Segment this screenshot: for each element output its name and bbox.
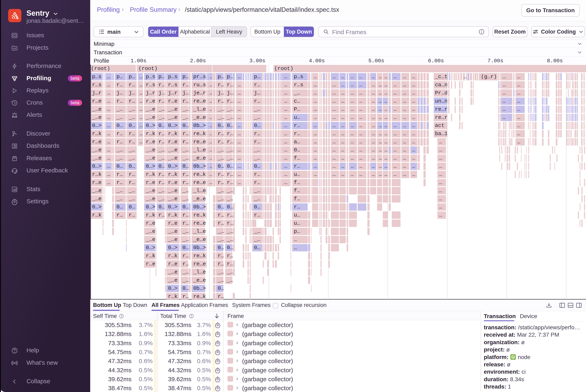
svg-text:_…e: _…e (168, 196, 178, 202)
svg-text:j…: j… (218, 90, 224, 96)
svg-text:…: … (393, 131, 397, 137)
svg-text:…: … (341, 98, 344, 104)
svg-text:…: … (517, 106, 520, 112)
svg-text:0…: 0… (182, 285, 189, 292)
svg-text:0…: 0… (182, 122, 189, 129)
svg-text:_…: _… (182, 277, 189, 283)
svg-text:…: … (238, 114, 241, 120)
svg-text:…: … (332, 122, 336, 129)
svg-text:0…>: 0…> (92, 204, 102, 210)
svg-text:…: … (379, 163, 382, 169)
svg-text:…: … (107, 82, 110, 88)
svg-text:r…: r… (227, 261, 233, 267)
svg-text:0…>: 0…> (168, 245, 178, 251)
svg-text:…: … (332, 163, 336, 169)
svg-text:…: … (238, 122, 241, 129)
svg-text:…: … (238, 98, 241, 104)
svg-text:_…: _… (217, 236, 224, 242)
svg-text:…: … (238, 155, 241, 161)
svg-text:r…: r… (254, 139, 260, 145)
svg-text:r…: r… (182, 139, 189, 145)
svg-text:j…: j… (158, 90, 165, 96)
svg-text:…: … (359, 147, 363, 153)
svg-text:_…: _… (158, 155, 165, 161)
svg-text:_…: _… (217, 155, 224, 161)
svg-text:…: … (439, 155, 442, 161)
svg-text:r…: r… (182, 98, 189, 104)
svg-text:r…k: r…k (92, 171, 102, 178)
svg-text:r…: r… (254, 180, 260, 186)
svg-text:…: … (107, 171, 110, 178)
svg-text:f…: f… (294, 196, 300, 202)
svg-text:…: … (341, 163, 344, 169)
svg-text:r…: r… (182, 171, 189, 178)
svg-text:0…: 0… (254, 163, 260, 169)
svg-text:…: … (502, 74, 506, 80)
svg-text:…: … (403, 106, 406, 112)
svg-text:a…: a… (294, 139, 300, 145)
svg-text:…: … (107, 98, 110, 104)
svg-text:…: … (284, 82, 287, 88)
svg-text:…: … (412, 131, 415, 137)
svg-text:…: … (140, 106, 143, 112)
svg-text:u…: u… (294, 114, 300, 120)
svg-text:…: … (384, 163, 388, 169)
svg-text:r…: r… (227, 253, 233, 259)
svg-text:…: … (314, 114, 317, 120)
svg-text:_…e: _…e (146, 228, 155, 234)
svg-text:_…: _… (129, 106, 135, 112)
svg-text:r…: r… (182, 82, 189, 88)
svg-text:_…: _… (254, 155, 260, 161)
svg-text:…: … (332, 82, 336, 88)
svg-text:r…: r… (254, 212, 260, 218)
svg-text:_…: _… (116, 114, 123, 120)
svg-text:r…: r… (129, 171, 135, 178)
svg-text:p…s: p…s (92, 74, 102, 80)
svg-text:0…: 0… (294, 147, 300, 153)
svg-text:…: … (412, 74, 415, 80)
svg-text:_…: _… (182, 147, 189, 153)
svg-text:…: … (359, 82, 363, 88)
svg-text:_…: _… (182, 155, 189, 161)
svg-text:r…: r… (182, 261, 189, 267)
svg-text:_…e: _…e (168, 277, 178, 283)
svg-text:_…: _… (158, 196, 165, 202)
svg-text:…: … (379, 171, 382, 178)
svg-text:0…: 0… (158, 204, 165, 210)
svg-text:j…: j… (117, 90, 123, 96)
svg-text:…: … (107, 122, 110, 129)
svg-text:…: … (351, 147, 354, 153)
svg-text:_…e: _…e (168, 269, 178, 275)
svg-text:…: … (412, 82, 415, 88)
svg-text:r…: r… (129, 131, 135, 137)
svg-text:f…: f… (294, 188, 300, 194)
svg-text:…: … (412, 98, 415, 104)
svg-text:…: … (332, 74, 336, 80)
svg-text:r…k: r…k (146, 253, 155, 259)
svg-text:…: … (403, 163, 406, 169)
svg-text:…: … (107, 180, 110, 186)
svg-text:_…e: _…e (92, 106, 102, 112)
svg-text:_…: _… (227, 188, 233, 194)
svg-text:…: … (384, 98, 388, 104)
svg-text:…: … (412, 147, 415, 153)
svg-text:0…: 0… (218, 163, 224, 169)
svg-text:…: … (403, 171, 406, 178)
svg-text:…: … (384, 122, 388, 129)
svg-text:…: … (379, 98, 382, 104)
svg-text:…: … (314, 74, 317, 80)
svg-text:ca…n: ca…n (435, 82, 447, 88)
svg-text:_…: _… (217, 277, 224, 283)
svg-text:0…: 0… (117, 204, 123, 210)
svg-text:…: … (284, 106, 287, 112)
svg-text:_…e: _…e (146, 188, 155, 194)
svg-text:…: … (384, 106, 388, 112)
svg-text:…: … (341, 131, 344, 137)
svg-text:r…s: r…s (294, 82, 303, 88)
svg-text:r…: r… (182, 131, 189, 137)
svg-text:0…: 0… (254, 122, 260, 129)
svg-text:…: … (379, 139, 382, 145)
svg-text:re…k: re…k (193, 294, 206, 300)
svg-text:_…e: _…e (168, 106, 178, 112)
svg-text:…: … (379, 90, 382, 96)
